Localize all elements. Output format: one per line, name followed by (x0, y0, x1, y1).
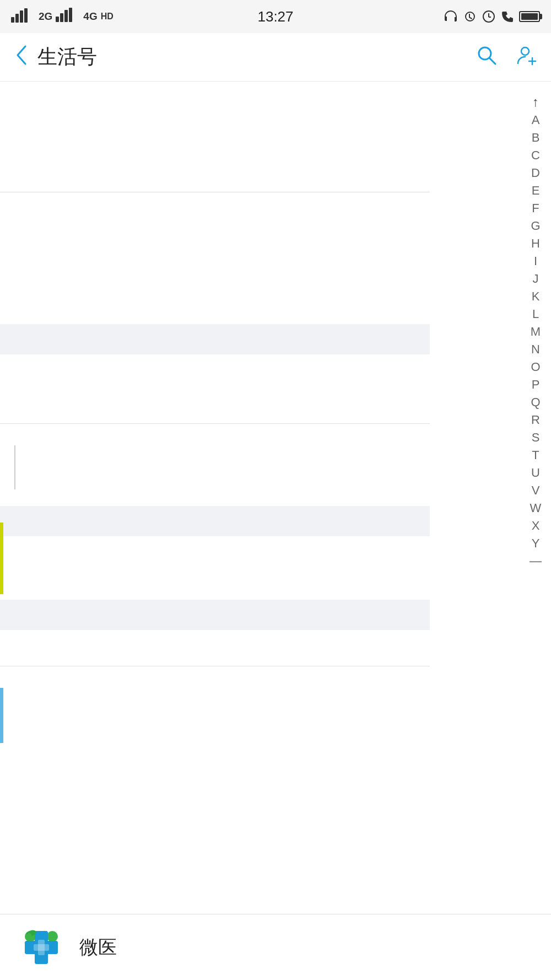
search-button[interactable] (476, 45, 497, 70)
divider-2 (0, 423, 430, 424)
accent-bar-yellow (0, 523, 3, 594)
alpha-item-G[interactable]: G (520, 217, 551, 235)
divider-3 (0, 666, 430, 666)
alpha-item-L[interactable]: L (520, 305, 551, 323)
main-content: ↑ABCDEFGHIJKLMNOPQRSTUVWXY— (0, 82, 551, 914)
signal-bars-2 (56, 8, 80, 25)
back-button[interactable] (13, 43, 29, 72)
network-type-1: 2G (39, 10, 52, 23)
svg-line-12 (489, 58, 495, 64)
thin-vline (14, 445, 15, 489)
headphone-icon (443, 9, 458, 24)
app-logo (17, 923, 66, 972)
alpha-item-A[interactable]: A (520, 111, 551, 129)
alpha-item-J[interactable]: J (520, 270, 551, 288)
svg-rect-26 (34, 944, 49, 951)
alpha-item-—[interactable]: — (520, 552, 551, 570)
accent-bar-blue (0, 688, 3, 743)
alpha-item-T[interactable]: T (520, 446, 551, 464)
svg-rect-3 (24, 8, 28, 23)
svg-rect-1 (15, 14, 19, 23)
signal-text (11, 8, 35, 25)
alpha-item-N[interactable]: N (520, 341, 551, 358)
nav-bar: 生活号 (0, 33, 551, 82)
status-time: 13:27 (257, 8, 293, 25)
section-header-f (0, 324, 430, 354)
alpha-item-M[interactable]: M (520, 323, 551, 341)
alpha-item-S[interactable]: S (520, 429, 551, 446)
svg-rect-6 (64, 10, 68, 22)
nav-icons (476, 45, 538, 70)
alpha-item-P[interactable]: P (520, 376, 551, 394)
section-header-m (0, 506, 430, 536)
svg-point-19 (47, 931, 58, 942)
network-type-3: HD (101, 12, 114, 21)
alpha-item-K[interactable]: K (520, 288, 551, 305)
app-name: 微医 (79, 935, 117, 960)
svg-rect-5 (60, 13, 63, 22)
alpha-item-E[interactable]: E (520, 182, 551, 200)
alpha-item-F[interactable]: F (520, 200, 551, 217)
alpha-item-Q[interactable]: Q (520, 394, 551, 411)
alpha-item-H[interactable]: H (520, 235, 551, 252)
network-type-2: 4G (83, 10, 97, 23)
divider-1 (0, 192, 430, 192)
alpha-item-D[interactable]: D (520, 164, 551, 182)
alpha-item-R[interactable]: R (520, 411, 551, 429)
alarm-icon (463, 9, 477, 24)
alpha-item-I[interactable]: I (520, 252, 551, 270)
svg-rect-4 (56, 17, 59, 22)
svg-rect-0 (11, 17, 14, 23)
alpha-item-B[interactable]: B (520, 129, 551, 147)
status-bar: 2G 4G HD 13:27 (0, 0, 551, 33)
alpha-item-C[interactable]: C (520, 147, 551, 164)
svg-point-24 (27, 933, 31, 938)
alpha-item-O[interactable]: O (520, 358, 551, 376)
alpha-item-X[interactable]: X (520, 517, 551, 535)
section-header-p (0, 600, 430, 630)
svg-rect-2 (20, 10, 23, 23)
status-icons (443, 9, 540, 24)
alpha-item-↑[interactable]: ↑ (520, 93, 551, 111)
add-contact-button[interactable] (517, 45, 538, 70)
weiyi-logo-svg (19, 925, 63, 970)
svg-point-13 (521, 47, 529, 55)
signal-indicators: 2G 4G HD (11, 8, 114, 25)
alpha-item-Y[interactable]: Y (520, 535, 551, 552)
battery-icon (519, 11, 540, 22)
page-title: 生活号 (37, 44, 476, 71)
clock-icon (482, 9, 496, 24)
alpha-item-V[interactable]: V (520, 482, 551, 499)
alpha-index[interactable]: ↑ABCDEFGHIJKLMNOPQRSTUVWXY— (520, 82, 551, 914)
alpha-item-U[interactable]: U (520, 464, 551, 482)
bottom-bar: 微医 (0, 914, 551, 980)
alpha-item-W[interactable]: W (520, 499, 551, 517)
svg-rect-7 (69, 8, 72, 22)
phone-icon (500, 9, 515, 24)
